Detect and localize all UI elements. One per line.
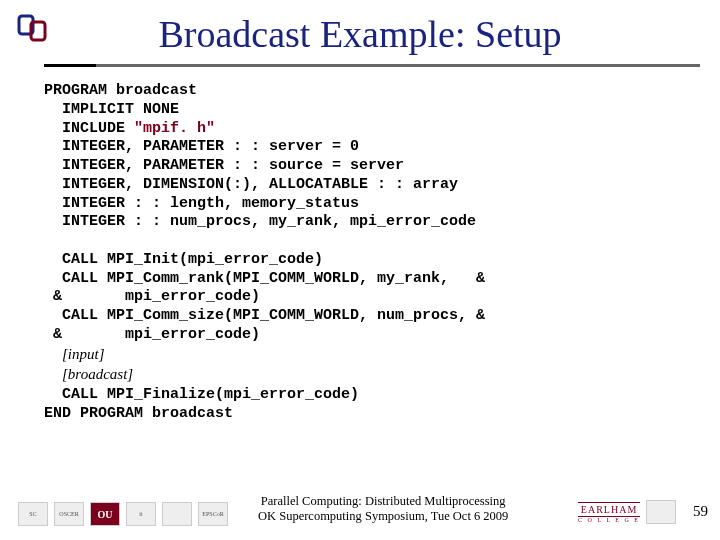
code-line: INTEGER, PARAMETER : : server = 0 (44, 138, 359, 155)
earlham-subtext: C O L L E G E (578, 517, 640, 523)
oscer-logo-icon: OSCER (54, 502, 84, 526)
code-line: CALL MPI_Comm_rank(MPI_COMM_WORLD, my_ra… (44, 270, 485, 287)
footer-logos-right: EARLHAM C O L L E G E (578, 500, 676, 524)
code-line: CALL MPI_Comm_size(MPI_COMM_WORLD, num_p… (44, 307, 485, 324)
code-line: INTEGER, PARAMETER : : source = server (44, 157, 404, 174)
code-line: CALL MPI_Finalize(mpi_error_code) (44, 386, 359, 403)
title-divider (44, 64, 700, 67)
code-line: CALL MPI_Init(mpi_error_code) (44, 251, 323, 268)
epscor-logo-icon: EPSCoR (198, 502, 228, 526)
page-number: 59 (693, 503, 708, 520)
earlham-text: EARLHAM (578, 502, 640, 517)
code-line: INTEGER : : num_procs, my_rank, mpi_erro… (44, 213, 476, 230)
ou-logo-icon: OU (90, 502, 120, 526)
code-line: IMPLICIT NONE (44, 101, 179, 118)
code-string: "mpif. h" (134, 120, 215, 137)
code-line: INCLUDE (44, 120, 134, 137)
footer-logos-left: SC OSCER OU it EPSCoR (18, 502, 228, 526)
sc-mini-logo-icon: SC (18, 502, 48, 526)
code-line: & mpi_error_code) (44, 288, 260, 305)
slide-title: Broadcast Example: Setup (0, 12, 720, 56)
code-placeholder: [input] (62, 346, 105, 362)
it-logo-icon: it (126, 502, 156, 526)
code-line: INTEGER, DIMENSION(:), ALLOCATABLE : : a… (44, 176, 458, 193)
code-listing: PROGRAM broadcast IMPLICIT NONE INCLUDE … (44, 82, 676, 424)
oneocii-logo-icon (162, 502, 192, 526)
code-line: END PROGRAM broadcast (44, 405, 233, 422)
code-line: INTEGER : : length, memory_status (44, 195, 359, 212)
footer-text: Parallel Computing: Distributed Multipro… (258, 494, 508, 524)
footer-line-2: OK Supercomputing Symposium, Tue Oct 6 2… (258, 509, 508, 523)
code-placeholder: [broadcast] (62, 366, 133, 382)
gpn-logo-icon (646, 500, 676, 524)
slide: Broadcast Example: Setup PROGRAM broadca… (0, 0, 720, 540)
footer-line-1: Parallel Computing: Distributed Multipro… (261, 494, 506, 508)
earlham-logo: EARLHAM C O L L E G E (578, 502, 640, 523)
footer: SC OSCER OU it EPSCoR Parallel Computing… (0, 488, 720, 530)
code-line: & mpi_error_code) (44, 326, 260, 343)
code-line: PROGRAM broadcast (44, 82, 197, 99)
